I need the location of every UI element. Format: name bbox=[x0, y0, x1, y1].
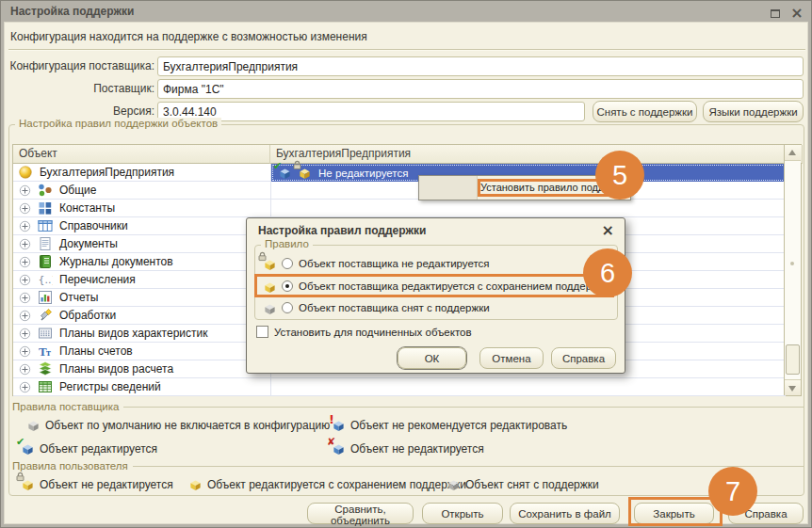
radio-option-not-editable[interactable]: Объект поставщика не редактируется bbox=[262, 254, 490, 273]
expand-icon[interactable] bbox=[19, 363, 31, 376]
document-journals-icon bbox=[38, 254, 53, 269]
tree-row-label: Планы видов характеристик bbox=[59, 327, 207, 340]
user-rules-header: Правила пользователя bbox=[12, 460, 804, 472]
dialog-close-button[interactable]: × bbox=[602, 221, 614, 239]
table-row[interactable]: Регистры сведений bbox=[13, 378, 786, 396]
close-icon: × bbox=[602, 221, 614, 239]
legend-label: Объект редактируется с сохранением подде… bbox=[207, 478, 466, 491]
legend-label: Объект не редактируется bbox=[350, 442, 484, 456]
catalogs-icon bbox=[38, 218, 53, 233]
user-rules-title: Правила пользователя bbox=[12, 460, 128, 472]
dialog-title: Настройка правил поддержки bbox=[258, 224, 426, 237]
legend-item: ✘ Объект не редактируется bbox=[331, 441, 484, 456]
support-status-text: Конфигурация находится на поддержке с во… bbox=[10, 30, 367, 43]
scroll-up-button[interactable] bbox=[785, 145, 801, 161]
expand-icon[interactable] bbox=[19, 256, 31, 268]
expand-icon[interactable] bbox=[19, 345, 31, 358]
legend-item: Объект редактируется с сохранением подде… bbox=[187, 477, 466, 491]
user-rule-not-editable-icon bbox=[297, 166, 311, 180]
apply-to-subordinate-row[interactable]: Установить для подчиненных объектов bbox=[256, 326, 472, 338]
supplier-rule-editable-icon: ✔ bbox=[277, 166, 291, 180]
root-configuration-icon bbox=[18, 165, 33, 180]
tree-row-label: Общие bbox=[59, 184, 96, 197]
compare-merge-button[interactable]: Сравнить, объединить bbox=[307, 503, 414, 524]
scroll-marker bbox=[790, 262, 794, 265]
annotation-badge-6: 6 bbox=[583, 248, 632, 297]
scroll-down-button[interactable] bbox=[785, 379, 801, 395]
expand-icon[interactable] bbox=[19, 381, 31, 393]
close-button[interactable]: × bbox=[789, 4, 804, 19]
cube-gray-icon bbox=[25, 418, 40, 432]
vendor-label: Поставщик: bbox=[8, 82, 154, 95]
expand-icon[interactable] bbox=[19, 292, 31, 304]
version-label: Версия: bbox=[8, 104, 154, 118]
documents-icon bbox=[38, 236, 53, 251]
legend-item: ! Объект не рекомендуется редактировать bbox=[331, 418, 567, 432]
expand-icon[interactable] bbox=[19, 220, 31, 232]
tree-row-label: Документы bbox=[59, 237, 118, 250]
vertical-scrollbar[interactable] bbox=[784, 145, 801, 395]
support-settings-window: Настройка поддержки × Конфигурация наход… bbox=[0, 0, 812, 528]
reports-icon bbox=[38, 290, 53, 305]
close-window-button[interactable]: Закрыть bbox=[634, 503, 714, 524]
open-button[interactable]: Открыть bbox=[422, 503, 503, 524]
save-to-file-button[interactable]: Сохранить в файл bbox=[510, 503, 620, 524]
radio-label: Объект поставщика не редактируется bbox=[299, 258, 490, 269]
expand-icon[interactable] bbox=[19, 274, 31, 286]
legend-label: Объект снят с поддержки bbox=[465, 478, 599, 491]
cube-blue-warning-icon: ! bbox=[331, 418, 345, 432]
expand-icon[interactable] bbox=[19, 310, 31, 322]
expand-icon[interactable] bbox=[19, 238, 31, 250]
ok-button[interactable]: ОК bbox=[398, 347, 466, 369]
radio-option-editable-keep-support[interactable]: Объект поставщика редактируется с сохран… bbox=[262, 277, 609, 296]
window-title: Настройка поддержки bbox=[10, 5, 134, 18]
vendor-configuration-input[interactable] bbox=[157, 56, 804, 76]
legend-item: ✔ Объект редактируется bbox=[20, 441, 157, 456]
column-header-configuration[interactable]: БухгалтерияПредприятия bbox=[270, 145, 786, 164]
radio-label: Объект поставщика редактируется с сохран… bbox=[299, 280, 609, 292]
expand-icon[interactable] bbox=[19, 184, 31, 197]
tree-row-label: Отчеты bbox=[59, 291, 98, 304]
context-menu-gutter bbox=[419, 176, 478, 200]
expand-icon[interactable] bbox=[19, 202, 31, 215]
arrow-down-icon bbox=[788, 386, 796, 392]
cancel-button[interactable]: Отмена bbox=[479, 347, 544, 369]
window-titlebar[interactable]: Настройка поддержки × bbox=[1, 1, 811, 22]
maximize-icon bbox=[771, 9, 780, 18]
tree-row-label: Перечисления bbox=[59, 273, 136, 286]
vendor-input[interactable] bbox=[157, 79, 804, 99]
enumerations-icon: {..} bbox=[38, 272, 53, 287]
cube-yellow-lock-icon bbox=[20, 477, 34, 491]
column-header-object[interactable]: Объект bbox=[13, 145, 270, 164]
table-row[interactable]: Константы bbox=[13, 200, 786, 217]
remove-support-button[interactable]: Снять с поддержки bbox=[593, 101, 697, 122]
cube-gray-icon bbox=[446, 477, 460, 491]
radio-option-removed-from-support[interactable]: Объект поставщика снят с поддержки bbox=[262, 298, 490, 317]
radio-button[interactable] bbox=[282, 302, 293, 313]
arrow-up-icon bbox=[788, 150, 796, 155]
table-row[interactable]: Общие bbox=[13, 182, 786, 200]
information-registers-icon bbox=[38, 379, 53, 394]
tree-row-label: Регистры сведений bbox=[59, 380, 161, 393]
radio-button[interactable] bbox=[282, 258, 293, 269]
dialog-help-button[interactable]: Справка bbox=[551, 347, 616, 369]
charts-of-calculation-types-icon bbox=[38, 361, 53, 376]
checkbox[interactable] bbox=[256, 326, 268, 338]
svg-text:{..}: {..} bbox=[39, 274, 54, 286]
close-icon: × bbox=[790, 4, 803, 22]
tree-row-label: Журналы документов bbox=[59, 255, 173, 268]
scrollbar-thumb[interactable] bbox=[786, 344, 800, 375]
svg-text:т: т bbox=[46, 347, 51, 358]
cube-blue-check-icon: ✔ bbox=[20, 441, 34, 456]
tree-row-label: БухгалтерияПредприятия bbox=[40, 166, 174, 179]
tree-row-label: Справочники bbox=[59, 219, 128, 232]
support-languages-button[interactable]: Языки поддержки bbox=[703, 101, 804, 122]
cube-blue-cross-icon: ✘ bbox=[331, 441, 345, 456]
expand-icon[interactable] bbox=[19, 328, 31, 340]
legend-label: Объект не рекомендуется редактировать bbox=[350, 419, 567, 432]
support-rules-dialog: Настройка правил поддержки × Правило Объ… bbox=[246, 217, 625, 374]
radio-button[interactable] bbox=[282, 280, 293, 292]
maximize-button[interactable] bbox=[768, 4, 783, 19]
table-row-root[interactable]: БухгалтерияПредприятия ✔ Не редактируетс… bbox=[13, 164, 786, 182]
cube-yellow-icon bbox=[187, 477, 202, 491]
